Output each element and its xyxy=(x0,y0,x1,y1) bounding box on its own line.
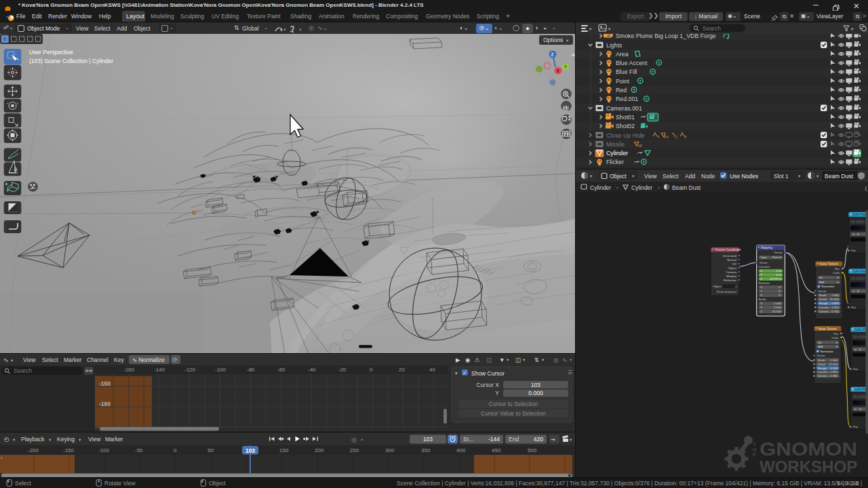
svg-text:Fac: Fac xyxy=(835,267,840,270)
svg-text:Normal: Normal xyxy=(727,258,736,262)
svg-text:Normalize: Normalize xyxy=(821,350,834,353)
svg-text:Rotate View: Rotate View xyxy=(104,480,136,487)
svg-text:-50: -50 xyxy=(135,447,143,453)
svg-text:500: 500 xyxy=(528,447,537,453)
svg-text:| 4.2.4: | 4.2.4 xyxy=(843,480,859,487)
svg-text:fBM: fBM xyxy=(819,281,825,284)
svg-text:-0.740: -0.740 xyxy=(831,310,840,313)
svg-text:Scale:: Scale: xyxy=(759,298,767,301)
svg-text:-140: -140 xyxy=(154,367,165,373)
svg-text:0.693: 0.693 xyxy=(831,302,839,305)
svg-text:Search: Search xyxy=(14,367,32,374)
svg-text:250: 250 xyxy=(350,447,359,453)
svg-text:⚠: ⚠ xyxy=(475,357,480,363)
svg-text:∿: ∿ xyxy=(3,357,9,363)
svg-text:0.000: 0.000 xyxy=(528,390,543,396)
svg-text:48: 48 xyxy=(637,144,642,148)
svg-text:3D: 3D xyxy=(818,341,822,344)
svg-text:Normalize: Normalize xyxy=(821,285,835,288)
svg-text:3D: 3D xyxy=(819,276,823,279)
svg-text:Mapping: Mapping xyxy=(761,246,773,249)
svg-text:Cylinder: Cylinder xyxy=(631,184,652,191)
svg-text:✓: ✓ xyxy=(462,370,467,376)
svg-text:View: View xyxy=(644,173,657,180)
svg-text:Fac: Fac xyxy=(833,332,839,336)
svg-text:Slot 1: Slot 1 xyxy=(774,173,789,180)
svg-text:Object: Object xyxy=(610,173,627,180)
svg-text:-60: -60 xyxy=(277,367,285,373)
svg-text:View: View xyxy=(88,436,101,443)
svg-text:Color: Color xyxy=(831,336,839,340)
svg-text:Noise Texture: Noise Texture xyxy=(819,262,838,266)
svg-text:Detail: Detail xyxy=(819,298,827,301)
svg-text:1.910: 1.910 xyxy=(831,306,839,309)
svg-text:◫: ◫ xyxy=(486,357,492,363)
svg-text:Rough...: Rough... xyxy=(819,302,830,305)
svg-text:▾: ▾ xyxy=(299,27,302,32)
svg-text:1.810: 1.810 xyxy=(830,370,837,373)
svg-text:-150: -150 xyxy=(99,380,111,387)
svg-text:Cylinder: Cylinder xyxy=(606,150,628,157)
svg-text:◎: ◎ xyxy=(351,436,357,443)
svg-text:-40: -40 xyxy=(308,367,316,373)
svg-text:450: 450 xyxy=(492,447,501,453)
svg-text:◂: ◂ xyxy=(852,289,854,293)
svg-text:Y: Y xyxy=(564,64,568,69)
svg-text:103: 103 xyxy=(531,382,540,388)
svg-text:Object: Object xyxy=(728,266,737,270)
svg-text:-160: -160 xyxy=(99,401,111,407)
svg-text:Marker: Marker xyxy=(105,436,123,443)
svg-text:Distorti...: Distorti... xyxy=(818,374,829,378)
svg-text:Noise Texture: Noise Texture xyxy=(818,327,837,331)
svg-text:X: X xyxy=(760,285,762,289)
svg-text:84: 84 xyxy=(664,135,669,139)
svg-text:Use Nodes: Use Nodes xyxy=(730,173,758,180)
svg-text:-100: -100 xyxy=(215,367,226,373)
svg-text:Playback: Playback xyxy=(21,436,45,443)
svg-text:1.000: 1.000 xyxy=(830,359,837,362)
svg-text:-20: -20 xyxy=(338,367,347,373)
svg-text:fBM: fBM xyxy=(818,345,823,348)
svg-text:0: 0 xyxy=(174,447,177,453)
svg-text:Node: Node xyxy=(701,173,715,180)
svg-text:0 m: 0 m xyxy=(776,269,782,272)
svg-text:GNOMON: GNOMON xyxy=(760,439,857,460)
svg-text:0°: 0° xyxy=(778,285,781,289)
svg-text:Blue Fill: Blue Fill xyxy=(616,68,637,75)
svg-text:St...: St... xyxy=(463,436,473,443)
svg-text:Point: Point xyxy=(616,78,630,85)
svg-text:20: 20 xyxy=(399,367,405,373)
svg-text:Blue Accent: Blue Accent xyxy=(616,60,648,66)
svg-text:↯: ↯ xyxy=(836,480,841,487)
svg-text:400: 400 xyxy=(456,447,466,453)
svg-text:Flicker: Flicker xyxy=(606,159,624,165)
svg-text:Fac: Fac xyxy=(851,249,856,252)
svg-text:Y: Y xyxy=(495,390,499,396)
svg-text:Scene Collection | Cylinder |: Scene Collection | Cylinder | Verts:16,0… xyxy=(397,480,862,487)
svg-text:▾: ▾ xyxy=(283,27,286,32)
svg-text:Select: Select xyxy=(42,357,58,363)
svg-text:-80: -80 xyxy=(247,367,255,373)
svg-text:Select: Select xyxy=(663,173,679,180)
svg-text:◎: ◎ xyxy=(553,357,558,363)
svg-text:Cameras.001: Cameras.001 xyxy=(606,105,642,112)
svg-text:Reflection: Reflection xyxy=(724,279,737,282)
svg-text:Lacuna...: Lacuna... xyxy=(818,370,830,373)
svg-text:0°: 0° xyxy=(778,289,781,293)
svg-text:X: X xyxy=(557,68,560,73)
svg-text:1.000: 1.000 xyxy=(774,306,781,309)
svg-text:Select: Select xyxy=(15,480,31,487)
svg-text:Close Up Hide: Close Up Hide xyxy=(606,132,645,139)
svg-text:Detail: Detail xyxy=(818,363,825,366)
svg-text:▼: ▼ xyxy=(499,357,505,363)
svg-text:Missile: Missile xyxy=(606,141,625,148)
svg-text:X: X xyxy=(760,269,762,272)
svg-text:Z: Z xyxy=(551,52,554,57)
svg-text:103: 103 xyxy=(423,436,433,443)
svg-text:Y: Y xyxy=(760,273,762,277)
svg-text:350: 350 xyxy=(421,447,431,453)
svg-text:Cylinder: Cylinder xyxy=(590,184,611,191)
svg-text:Vector: Vector xyxy=(760,261,768,264)
svg-text:Scale: Scale xyxy=(819,293,827,297)
svg-text:25.000: 25.000 xyxy=(829,363,838,366)
